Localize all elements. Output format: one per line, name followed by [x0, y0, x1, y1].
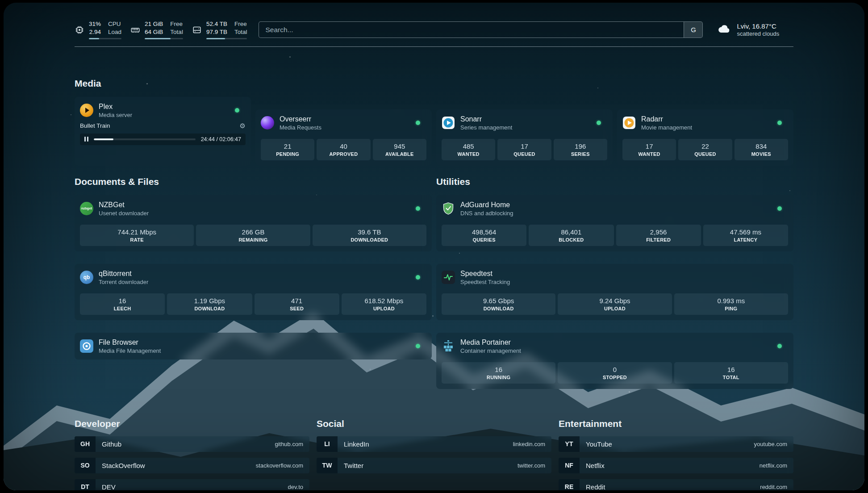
service-title: qBittorrent [99, 269, 410, 278]
memory-free-label: Free [170, 21, 183, 28]
status-dot [416, 206, 420, 211]
memory-icon [130, 25, 140, 35]
stat-block: 17 QUEUED [497, 139, 551, 160]
cpu-usage-label: CPU [108, 21, 121, 28]
bookmark-name: DEV [96, 483, 116, 490]
bookmark-url: dev.to [288, 484, 309, 490]
stat-block: 16 TOTAL [674, 362, 788, 384]
nzbget-icon: nzbget [80, 202, 93, 215]
service-card-filebrowser[interactable]: File Browser Media File Management [75, 333, 432, 359]
bookmark-stackoverflow[interactable]: SO StackOverflow stackoverflow.com [75, 458, 309, 473]
bookmark-abbr: GH [75, 436, 96, 452]
bookmarks-social: Social LI LinkedIn linkedin.com TW Twitt… [317, 418, 551, 490]
status-dot [416, 275, 420, 280]
search-input[interactable] [259, 22, 684, 38]
bookmark-linkedin[interactable]: LI LinkedIn linkedin.com [317, 436, 551, 452]
stat-block: 471 SEED [255, 293, 339, 315]
cpu-load-label: Load [108, 29, 121, 36]
service-card-radarr[interactable]: Radarr Movie management 17 WANTED 22 QUE… [617, 109, 793, 166]
bookmark-url: reddit.com [760, 484, 793, 490]
now-playing-title: Bullet Train [80, 122, 110, 129]
status-dot [777, 121, 782, 125]
bookmark-dev[interactable]: DT DEV dev.to [75, 479, 309, 490]
service-subtitle: Media File Management [99, 347, 410, 354]
resource-widgets: 31% CPU 2.94 Load [75, 21, 247, 39]
playback-time: 24:44 / 02:06:47 [201, 136, 241, 142]
cpu-widget: 31% CPU 2.94 Load [75, 21, 121, 39]
bookmark-github[interactable]: GH Github github.com [75, 436, 309, 452]
memory-total-value: 64 GiB [145, 29, 163, 36]
snow-specks [4, 3, 4, 4]
stat-block: 266 GB REMAINING [196, 225, 310, 246]
stat-block: 485 WANTED [442, 139, 495, 160]
service-card-overseerr[interactable]: Overseerr Media Requests 21 PENDING 40 A… [255, 109, 432, 166]
plex-icon [80, 104, 93, 117]
service-title: Plex [99, 102, 230, 111]
bookmark-abbr: RE [559, 479, 580, 490]
search-provider-button[interactable]: G [684, 22, 702, 38]
stat-block: 86,401 BLOCKED [529, 225, 613, 246]
cpu-load-value: 2.94 [89, 29, 101, 36]
service-card-qbittorrent[interactable]: qb qBittorrent Torrent downloader 16 LEE… [75, 264, 432, 320]
bookmark-abbr: NF [559, 458, 580, 473]
stat-block: 744.21 Mbps RATE [80, 225, 194, 246]
cpu-progress-bar [89, 38, 121, 39]
bookmark-abbr: LI [317, 436, 338, 452]
gear-icon[interactable]: ⚙ [240, 122, 246, 130]
snow-specks [4, 3, 5, 4]
service-subtitle: DNS and adblocking [460, 210, 772, 217]
disk-free-label: Free [234, 21, 247, 28]
memory-progress-bar [145, 38, 183, 39]
service-card-speedtest[interactable]: Speedtest Speedtest Tracking 9.65 Gbps D… [436, 264, 793, 320]
status-dot [777, 344, 782, 348]
service-card-plex[interactable]: Plex Media server Bullet Train ⚙ [75, 97, 251, 166]
service-card-sonarr[interactable]: Sonarr Series management 485 WANTED 17 Q… [436, 109, 613, 166]
service-card-adguard[interactable]: AdGuard Home DNS and adblocking 498,564 … [436, 195, 793, 251]
stat-block: 39.6 TB DOWNLOADED [313, 225, 426, 246]
dashboard-content: 31% CPU 2.94 Load [75, 3, 793, 490]
section-heading-media: Media [75, 78, 793, 89]
status-dot [597, 121, 601, 125]
service-subtitle: Speedtest Tracking [460, 279, 788, 285]
section-heading-documents: Documents & Files [75, 176, 432, 187]
stat-block: 0 STOPPED [558, 362, 672, 384]
memory-total-label: Total [170, 29, 183, 36]
service-title: NZBGet [99, 201, 410, 209]
bookmark-youtube[interactable]: YT YouTube youtube.com [559, 436, 793, 452]
service-title: File Browser [99, 338, 410, 347]
bookmark-abbr: YT [559, 436, 580, 452]
bookmark-netflix[interactable]: NF Netflix netflix.com [559, 458, 793, 473]
stat-block: 17 WANTED [622, 139, 676, 160]
service-card-portainer[interactable]: Media Portainer Container management 16 … [436, 333, 793, 389]
stat-block: 9.65 Gbps DOWNLOAD [442, 293, 555, 315]
playback-progress-track[interactable] [94, 138, 196, 140]
bookmark-name: Netflix [580, 462, 605, 469]
speedtest-icon [442, 271, 455, 284]
service-title: Radarr [641, 115, 772, 123]
stat-block: 196 SERIES [554, 139, 607, 160]
section-heading-entertainment: Entertainment [559, 418, 793, 429]
service-card-nzbget[interactable]: nzbget NZBGet Usenet downloader 744.21 M… [75, 195, 432, 251]
service-subtitle: Usenet downloader [99, 210, 410, 217]
bookmark-abbr: DT [75, 479, 96, 490]
bookmark-url: github.com [275, 441, 309, 447]
stat-block: 47.569 ms LATENCY [703, 225, 788, 246]
memory-progress-fill [145, 38, 170, 39]
memory-widget: 21 GiB Free 64 GiB Total [130, 21, 183, 39]
service-title: Sonarr [460, 115, 591, 123]
service-subtitle: Media server [99, 112, 230, 118]
section-documents: Documents & Files nzbget NZBGet Usenet d… [75, 176, 432, 389]
bookmark-name: LinkedIn [338, 440, 369, 448]
weather-widget: Lviv, 16.87°C scattered clouds [717, 22, 779, 37]
weather-location: Lviv, 16.87°C [737, 22, 779, 30]
section-heading-developer: Developer [75, 418, 309, 429]
cpu-progress-fill [89, 38, 99, 39]
disk-widget: 52.4 TB Free 97.9 TB Total [192, 21, 247, 39]
pause-icon[interactable] [84, 137, 88, 142]
bookmark-reddit[interactable]: RE Reddit reddit.com [559, 479, 793, 490]
bookmark-url: netflix.com [760, 462, 793, 469]
bookmark-twitter[interactable]: TW Twitter twitter.com [317, 458, 551, 473]
bookmark-url: stackoverflow.com [256, 462, 309, 469]
stat-block: 0.993 ms PING [674, 293, 788, 315]
stat-block: 40 APPROVED [317, 139, 370, 160]
